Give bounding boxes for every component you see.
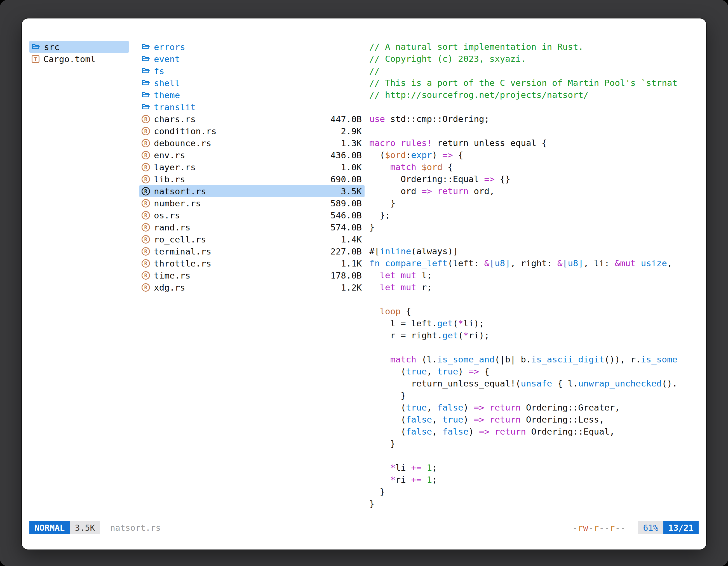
code-line: ord => return ord, bbox=[369, 185, 699, 197]
file-name: rand.rs bbox=[154, 222, 191, 233]
code-line: } bbox=[369, 197, 699, 209]
rust-file-icon: R bbox=[142, 235, 150, 244]
file-row-env.rs[interactable]: Renv.rs436.0B bbox=[139, 149, 365, 161]
file-name: xdg.rs bbox=[154, 283, 185, 292]
file-name: terminal.rs bbox=[154, 247, 211, 257]
file-name: lib.rs bbox=[154, 174, 185, 184]
file-row-chars.rs[interactable]: Rchars.rs447.0B bbox=[139, 113, 365, 125]
file-name: errors bbox=[154, 42, 185, 52]
current-directory-pane: errorseventfsshellthemetranslitRchars.rs… bbox=[139, 41, 365, 510]
file-size: 2.9K bbox=[335, 126, 362, 136]
code-line: } bbox=[369, 389, 699, 401]
file-row-shell[interactable]: shell bbox=[139, 77, 365, 89]
file-row-condition.rs[interactable]: Rcondition.rs2.9K bbox=[139, 125, 365, 137]
file-name: theme bbox=[154, 90, 180, 100]
code-line: // http://sourcefrog.net/projects/natsor… bbox=[369, 89, 699, 101]
file-name: natsort.rs bbox=[154, 186, 206, 196]
code-line: l = left.get(*li); bbox=[369, 317, 699, 329]
file-size: 1.0K bbox=[335, 162, 362, 172]
code-line: return_unless_equal!(unsafe { l.unwrap_u… bbox=[369, 377, 699, 389]
file-row-event[interactable]: event bbox=[139, 53, 365, 65]
file-name: translit bbox=[154, 102, 196, 112]
file-name: chars.rs bbox=[154, 114, 196, 124]
file-size: 227.0B bbox=[325, 247, 362, 257]
cursor-position-badge: 13/21 bbox=[663, 521, 699, 534]
file-size: 1.2K bbox=[335, 283, 362, 292]
file-name: src bbox=[44, 42, 60, 52]
file-row-translit[interactable]: translit bbox=[139, 101, 365, 113]
file-row-Cargo.toml[interactable]: TCargo.toml bbox=[29, 53, 129, 65]
file-row-os.rs[interactable]: Ros.rs546.0B bbox=[139, 209, 365, 221]
folder-icon bbox=[142, 67, 150, 75]
rust-file-icon: R bbox=[142, 187, 150, 196]
file-size: 690.0B bbox=[325, 174, 362, 184]
file-size: 1.4K bbox=[335, 234, 362, 245]
code-line: #[inline(always)] bbox=[369, 245, 699, 257]
code-line bbox=[369, 450, 699, 462]
file-name: fs bbox=[154, 66, 164, 76]
yazi-file-manager-window: srcTCargo.toml errorseventfsshellthemetr… bbox=[22, 18, 706, 549]
file-row-errors[interactable]: errors bbox=[139, 41, 365, 53]
rust-file-icon: R bbox=[142, 151, 150, 159]
code-line: *ri += 1; bbox=[369, 474, 699, 486]
rust-file-icon: R bbox=[142, 283, 150, 292]
code-line: }; bbox=[369, 209, 699, 221]
code-line: match (l.is_some_and(|b| b.is_ascii_digi… bbox=[369, 353, 699, 365]
code-line bbox=[369, 233, 699, 245]
file-row-terminal.rs[interactable]: Rterminal.rs227.0B bbox=[139, 245, 365, 257]
code-line: *li += 1; bbox=[369, 462, 699, 474]
file-row-theme[interactable]: theme bbox=[139, 89, 365, 101]
file-name: env.rs bbox=[154, 150, 185, 160]
panes-container: srcTCargo.toml errorseventfsshellthemetr… bbox=[29, 41, 699, 510]
file-row-ro_cell.rs[interactable]: Rro_cell.rs1.4K bbox=[139, 233, 365, 245]
file-row-debounce.rs[interactable]: Rdebounce.rs1.3K bbox=[139, 137, 365, 149]
code-line: } bbox=[369, 498, 699, 510]
code-line bbox=[369, 341, 699, 353]
file-row-src[interactable]: src bbox=[29, 41, 129, 53]
code-line: match $ord { bbox=[369, 161, 699, 173]
code-line: loop { bbox=[369, 305, 699, 317]
code-line: let mut r; bbox=[369, 281, 699, 293]
rust-file-icon: R bbox=[142, 139, 150, 147]
code-line: } bbox=[369, 221, 699, 233]
code-line: (false, false) => return Ordering::Equal… bbox=[369, 426, 699, 438]
code-line bbox=[369, 101, 699, 113]
file-size: 3.5K bbox=[335, 186, 362, 196]
file-row-time.rs[interactable]: Rtime.rs178.0B bbox=[139, 269, 365, 281]
file-row-throttle.rs[interactable]: Rthrottle.rs1.1K bbox=[139, 257, 365, 269]
code-line: // This is a port of the C version of Ma… bbox=[369, 77, 699, 89]
folder-icon bbox=[142, 55, 150, 63]
file-row-fs[interactable]: fs bbox=[139, 65, 365, 77]
rust-file-icon: R bbox=[142, 127, 150, 135]
code-line: r = right.get(*ri); bbox=[369, 329, 699, 341]
rust-file-icon: R bbox=[142, 259, 150, 268]
desktop-background: srcTCargo.toml errorseventfsshellthemetr… bbox=[0, 0, 728, 566]
file-name: event bbox=[154, 54, 180, 64]
code-line bbox=[369, 293, 699, 305]
rust-file-icon: R bbox=[142, 175, 150, 184]
file-name: time.rs bbox=[154, 271, 191, 281]
file-row-natsort.rs[interactable]: Rnatsort.rs3.5K bbox=[139, 185, 365, 197]
file-size: 1.3K bbox=[335, 138, 362, 148]
folder-icon bbox=[32, 43, 40, 51]
mode-badge: NORMAL bbox=[29, 521, 70, 534]
file-row-lib.rs[interactable]: Rlib.rs690.0B bbox=[139, 173, 365, 185]
status-filename: natsort.rs bbox=[110, 523, 161, 533]
rust-file-icon: R bbox=[142, 271, 150, 280]
file-row-rand.rs[interactable]: Rrand.rs574.0B bbox=[139, 221, 365, 233]
status-bar: NORMAL 3.5K natsort.rs -rw-r--r-- 61% 13… bbox=[29, 521, 699, 534]
file-name: condition.rs bbox=[154, 126, 217, 136]
folder-icon bbox=[142, 43, 150, 51]
rust-file-icon: R bbox=[142, 199, 150, 208]
file-size: 574.0B bbox=[325, 222, 362, 233]
file-name: Cargo.toml bbox=[43, 54, 96, 64]
toml-file-icon: T bbox=[32, 55, 39, 63]
parent-directory-pane: srcTCargo.toml bbox=[29, 41, 129, 510]
file-name: os.rs bbox=[154, 210, 180, 220]
code-line: // Copyright (c) 2023, sxyazi. bbox=[369, 53, 699, 65]
code-line: let mut l; bbox=[369, 269, 699, 281]
file-row-xdg.rs[interactable]: Rxdg.rs1.2K bbox=[139, 281, 365, 293]
file-row-layer.rs[interactable]: Rlayer.rs1.0K bbox=[139, 161, 365, 173]
rust-file-icon: R bbox=[142, 223, 150, 232]
file-row-number.rs[interactable]: Rnumber.rs589.0B bbox=[139, 197, 365, 209]
